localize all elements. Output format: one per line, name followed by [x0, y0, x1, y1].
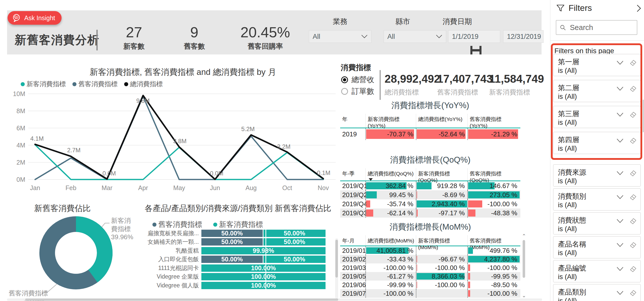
- table-header-row: 年-月總消費指標(MoM%)新客消費指標(MoM%)舊客消費指標(MoM%): [340, 235, 520, 246]
- scroll-down-icon[interactable]: ⌄: [522, 293, 526, 297]
- business-slicer-value: All: [313, 33, 320, 41]
- chevron-down-icon[interactable]: [616, 171, 624, 176]
- clear-filter-eraser-icon[interactable]: [629, 59, 637, 66]
- product-bar-segment[interactable]: 50.00%: [201, 256, 263, 263]
- chevron-down-icon[interactable]: [616, 290, 624, 295]
- cell-value: -99.95 %: [491, 273, 517, 280]
- clear-filter-eraser-icon[interactable]: [629, 137, 637, 144]
- product-bar-segment[interactable]: 50.00%: [263, 238, 326, 246]
- chevron-down-icon[interactable]: [616, 195, 624, 200]
- chevron-down-icon[interactable]: [616, 219, 624, 224]
- column-header[interactable]: 年-季: [340, 168, 365, 180]
- clear-filter-eraser-icon[interactable]: [629, 265, 637, 273]
- clear-filter-eraser-icon[interactable]: [629, 241, 637, 249]
- clear-filter-eraser-icon[interactable]: [629, 193, 637, 201]
- column-header[interactable]: 新客消費指標(MoM%): [416, 235, 467, 246]
- filter-card-消費狀態[interactable]: 消費狀態is (All): [553, 212, 641, 234]
- column-header[interactable]: 年: [340, 114, 365, 128]
- bars-scrollbar[interactable]: [335, 238, 338, 299]
- column-header[interactable]: 總消費指標(QoQ%): [365, 168, 416, 180]
- filter-card-產品編號[interactable]: 產品編號is (All): [553, 260, 641, 282]
- y-axis-label: 6M: [16, 125, 25, 132]
- cell-value: 41,005.81 %: [377, 247, 413, 255]
- sort-descending-icon: [369, 178, 373, 181]
- filter-card-name: 消費來源: [558, 168, 586, 177]
- product-bar-segment[interactable]: 50.00%: [201, 238, 263, 246]
- value-cell: -100.00 %: [416, 281, 467, 289]
- product-bar-segment[interactable]: 50.00%: [263, 256, 326, 263]
- line-chart-title: 新客消費指標, 舊客消費指標 and 總消費指標 by 月: [28, 67, 338, 78]
- row-key-cell: 2019/Q1: [340, 181, 365, 190]
- scroll-up-icon[interactable]: ⌃: [522, 234, 526, 238]
- mom-table-scrollbar[interactable]: ⌃ ⌄: [522, 234, 526, 297]
- chevron-down-icon[interactable]: [616, 243, 624, 248]
- chevron-down-icon[interactable]: [616, 138, 624, 143]
- column-header[interactable]: 新客消費指標(YoY%): [365, 114, 416, 128]
- product-bar-value: 50.00%: [284, 230, 305, 237]
- cell-value: 8,366.03 %: [432, 273, 465, 280]
- clear-filter-eraser-icon[interactable]: [629, 289, 637, 296]
- filters-search-input[interactable]: [569, 23, 633, 32]
- clear-filter-eraser-icon[interactable]: [629, 111, 637, 118]
- clear-filter-eraser-icon[interactable]: [629, 169, 637, 177]
- product-bar-segment[interactable]: 100.00%: [201, 264, 326, 272]
- value-cell: -97.17 %: [416, 208, 467, 218]
- product-bar-segment[interactable]: 100.00%: [201, 282, 326, 289]
- product-bar-segment[interactable]: 99.98%: [201, 247, 326, 254]
- horizontal-scrollbar-thumb[interactable]: [25, 298, 338, 301]
- filter-card-第二層[interactable]: 第二層is (All): [553, 80, 641, 102]
- product-bar-segment[interactable]: 100.00%: [201, 273, 326, 280]
- column-header[interactable]: 總消費指標(YoY%): [416, 114, 467, 128]
- filter-card-消費來源[interactable]: 消費來源is (All): [553, 164, 641, 187]
- column-header[interactable]: 新客消費指標(QoQ%): [416, 168, 467, 180]
- chevron-down-icon[interactable]: [616, 112, 624, 117]
- product-bar-segment[interactable]: 50.00%: [263, 230, 326, 237]
- filter-card-name: 第二層: [558, 83, 579, 93]
- scrollbar-thumb[interactable]: [523, 240, 525, 278]
- cell-value: -96.67 %: [439, 255, 465, 263]
- bars-legend-item[interactable]: 舊客消費指標: [152, 220, 202, 230]
- pane-scrollbar-thumb[interactable]: [643, 100, 644, 132]
- county-slicer-dropdown[interactable]: All: [384, 30, 446, 43]
- bars-legend-item[interactable]: 新客消費指標: [213, 220, 263, 230]
- radio-order-count[interactable]: 訂單數: [341, 86, 374, 97]
- column-header[interactable]: 年-月: [340, 235, 365, 246]
- product-bar-value: 99.98%: [253, 247, 274, 254]
- column-header[interactable]: 舊客消費指標(MoM%): [467, 235, 520, 246]
- date-start-input[interactable]: 1/1/2019: [448, 30, 500, 43]
- filter-card-產品類別[interactable]: 產品類別is (All): [553, 284, 641, 301]
- filter-card-第一層[interactable]: 第一層is (All): [553, 54, 641, 76]
- filter-card-產品名稱[interactable]: 產品名稱is (All): [553, 236, 641, 258]
- product-bar-label: 女媧補天的第一顆...: [136, 238, 201, 246]
- column-header[interactable]: 舊客消費指標(QoQ%): [467, 168, 520, 180]
- clear-filter-eraser-icon[interactable]: [629, 85, 637, 92]
- legend-label: 舊客消費指標: [158, 220, 202, 230]
- legend-dot-icon: [72, 82, 76, 86]
- filter-card-消費類別[interactable]: 消費類別is (All): [553, 188, 641, 210]
- radio-total-revenue[interactable]: 總營收: [341, 75, 374, 85]
- value-cell: -48.38 %: [467, 208, 520, 218]
- chevron-down-icon[interactable]: [616, 86, 624, 91]
- business-slicer-dropdown[interactable]: All: [309, 30, 371, 43]
- ask-insight-button[interactable]: Ask Insight: [8, 11, 62, 25]
- kpi-label: 新客數: [110, 42, 158, 51]
- cell-value: 499.76 %: [490, 247, 517, 255]
- filter-card-第三層[interactable]: 第三層is (All): [553, 106, 641, 128]
- chevron-down-icon[interactable]: [616, 60, 624, 65]
- product-bar-segment[interactable]: 50.00%: [201, 230, 263, 237]
- clear-filter-eraser-icon[interactable]: [629, 217, 637, 225]
- radio-unselected-icon: [341, 88, 348, 95]
- filter-card-第四層[interactable]: 第四層is (All): [553, 132, 641, 154]
- header-h-icon[interactable]: [470, 46, 482, 54]
- chevron-down-icon[interactable]: [616, 266, 624, 272]
- date-end-input[interactable]: 12/31/2019: [503, 30, 544, 43]
- bars-scrollbar-thumb[interactable]: [335, 240, 338, 278]
- filters-search-box[interactable]: [556, 20, 637, 35]
- collapse-pane-icon[interactable]: [636, 4, 641, 13]
- kpi-value: 27: [110, 25, 158, 40]
- column-header[interactable]: 舊客消費指標(YoY%): [467, 114, 520, 128]
- product-bar-value: 100.00%: [251, 273, 276, 280]
- data-bar-red: [417, 264, 417, 271]
- column-header[interactable]: 總消費指標(MoM%): [365, 235, 416, 246]
- horizontal-scrollbar[interactable]: [7, 298, 542, 301]
